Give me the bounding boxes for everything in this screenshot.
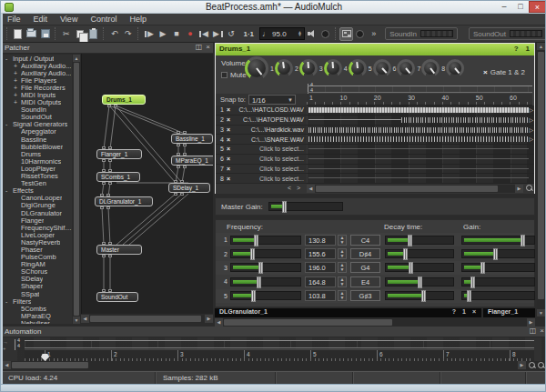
audio-enable-button[interactable] <box>305 27 318 41</box>
decay-slider[interactable] <box>385 277 454 286</box>
pan-arrow-icon[interactable]: → <box>3 339 14 346</box>
note-button[interactable]: C4 <box>350 235 380 246</box>
track-pattern[interactable] <box>307 165 534 175</box>
track-file-placeholder[interactable]: Click to select... <box>233 146 307 152</box>
forward-button[interactable]: ▶ <box>211 27 225 41</box>
save-file-button[interactable] <box>38 27 52 41</box>
scrollbar-thumb[interactable] <box>538 52 544 299</box>
scroll-down-icon[interactable]: ▼ <box>73 317 80 324</box>
maximize-button[interactable]: □ <box>512 1 529 13</box>
palette-item[interactable]: Nebuliser <box>3 319 72 324</box>
tempo-field[interactable]: ♩ 95.0 ▲▼ <box>259 27 305 40</box>
decay-slider[interactable] <box>385 291 454 300</box>
patch-node-bassline_1[interactable]: Bassline_1 <box>171 134 213 144</box>
expand-icon[interactable]: + <box>14 85 21 91</box>
frequency-slider[interactable] <box>230 236 301 245</box>
stop-button[interactable]: ■ <box>170 27 184 41</box>
collapse-icon[interactable]: - <box>5 187 13 194</box>
frequency-slider[interactable] <box>230 263 301 272</box>
slider-handle[interactable] <box>493 248 498 260</box>
play-button[interactable]: ▶ <box>157 27 170 41</box>
track-file[interactable]: C:\...\Hardkick.wav <box>233 126 307 133</box>
scroll-up-icon[interactable]: ▲ <box>537 43 545 50</box>
frequency-spinner[interactable]: ▲▼ <box>338 262 347 273</box>
gain-slider[interactable] <box>461 236 535 245</box>
slider-handle[interactable] <box>409 262 413 274</box>
track-pattern[interactable] <box>307 116 534 126</box>
menu-view[interactable]: View <box>54 14 84 25</box>
sound-in-widget[interactable]: SoundIn <box>385 27 458 40</box>
gate-check-icon[interactable]: × <box>483 68 488 76</box>
preset-number[interactable]: 1 <box>526 45 530 53</box>
scrollbar-thumb[interactable] <box>90 316 201 322</box>
track-clear-icon[interactable]: × <box>224 126 233 133</box>
scroll-up-icon[interactable]: ▲ <box>73 55 80 62</box>
track-file[interactable]: C:\...\HATCLOSD.WAV <box>233 106 307 113</box>
expand-icon[interactable]: + <box>14 77 21 84</box>
patch-node-scombs_1[interactable]: SCombs_1 <box>96 172 140 182</box>
add-point-icon[interactable]: + <box>3 346 14 352</box>
frequency-slider[interactable] <box>230 291 301 300</box>
drum-volume-knob-6[interactable] <box>397 59 415 77</box>
spin-down-icon[interactable]: ▼ <box>340 254 345 258</box>
new-file-button[interactable] <box>11 27 25 41</box>
patch-node-sdelay_1[interactable]: SDelay_1 <box>168 183 210 193</box>
menu-edit[interactable]: Edit <box>27 14 55 25</box>
scroll-right-icon[interactable]: ▶ <box>515 185 523 193</box>
patch-node-soundout[interactable]: SoundOut <box>96 292 138 302</box>
track-pattern[interactable] <box>307 174 534 184</box>
slider-handle[interactable] <box>282 201 287 213</box>
patch-node-flanger_1[interactable]: Flanger_1 <box>96 149 142 159</box>
preset-number[interactable]: 1 <box>462 308 466 315</box>
drums-scrollbar[interactable]: ◀ ▶ <box>307 185 523 193</box>
patcher-view-button[interactable] <box>339 27 353 41</box>
slider-handle[interactable] <box>521 235 525 246</box>
slider-handle[interactable] <box>408 235 412 246</box>
frequency-slider[interactable] <box>230 249 301 258</box>
scroll-right-icon[interactable]: ▶ <box>518 361 526 369</box>
slider-handle[interactable] <box>258 262 263 274</box>
drums-panel-header[interactable]: Drums_1 ? 1 <box>216 44 534 55</box>
scroll-right-icon[interactable]: ▶ <box>205 315 213 323</box>
cut-button[interactable]: ✂ <box>59 27 73 41</box>
master-volume-knob[interactable] <box>245 56 268 80</box>
close-button[interactable]: × <box>529 1 546 13</box>
note-button[interactable]: G4 <box>350 262 380 273</box>
patch-node-master[interactable]: Master <box>96 245 142 255</box>
scrollbar-thumb[interactable] <box>224 319 392 326</box>
dock-icon[interactable]: ◫ <box>196 43 203 51</box>
scrollbar-thumb[interactable] <box>316 186 498 192</box>
snap-dropdown[interactable]: 1/16 ▼ <box>248 95 296 105</box>
frequency-slider[interactable] <box>230 277 301 286</box>
gain-slider[interactable] <box>461 263 535 272</box>
spin-down-icon[interactable]: ▼ <box>340 267 345 272</box>
track-file-placeholder[interactable]: Click to select... <box>233 176 307 182</box>
page-right-icon[interactable]: > <box>297 185 300 191</box>
sound-out-widget[interactable]: SoundOut <box>469 27 546 40</box>
note-button[interactable]: G♯3 <box>350 290 380 301</box>
gain-slider[interactable] <box>461 277 535 286</box>
collapse-icon[interactable]: - <box>5 298 13 305</box>
help-button[interactable]: ? <box>452 308 456 315</box>
slider-handle[interactable] <box>403 248 408 260</box>
patcher-canvas[interactable]: Drums_1Bassline_1Flanger_1MParaEQ_1SComb… <box>81 54 213 314</box>
properties-hscrollbar[interactable]: ◀ ▶ <box>215 318 535 327</box>
track-pattern[interactable] <box>307 106 534 116</box>
collapsed-panel-dlgranulator[interactable]: DLGranulator_1 ? 1 × <box>215 308 481 317</box>
decay-slider[interactable] <box>385 236 454 245</box>
frequency-spinner[interactable]: ▲▼ <box>338 248 347 259</box>
track-file[interactable]: C:\...\SNARE.WAV <box>233 136 307 143</box>
decay-slider[interactable] <box>385 263 454 272</box>
patch-node-drums_1[interactable]: Drums_1 <box>102 95 146 105</box>
spin-down-icon[interactable]: ▼ <box>340 240 345 245</box>
palette-scrollbar[interactable]: ▲ ▼ <box>73 55 80 324</box>
master-gain-slider[interactable] <box>268 202 343 211</box>
menu-help[interactable]: Help <box>123 14 153 25</box>
track-clear-icon[interactable]: × <box>224 116 233 123</box>
scroll-left-icon[interactable]: ◀ <box>307 185 315 193</box>
patch-node-mparaeq_1[interactable]: MParaEQ_1 <box>171 156 213 166</box>
slider-handle[interactable] <box>250 248 255 260</box>
slider-handle[interactable] <box>421 290 426 302</box>
track-pattern[interactable] <box>307 135 534 145</box>
track-file-placeholder[interactable]: Click to select... <box>233 166 307 172</box>
